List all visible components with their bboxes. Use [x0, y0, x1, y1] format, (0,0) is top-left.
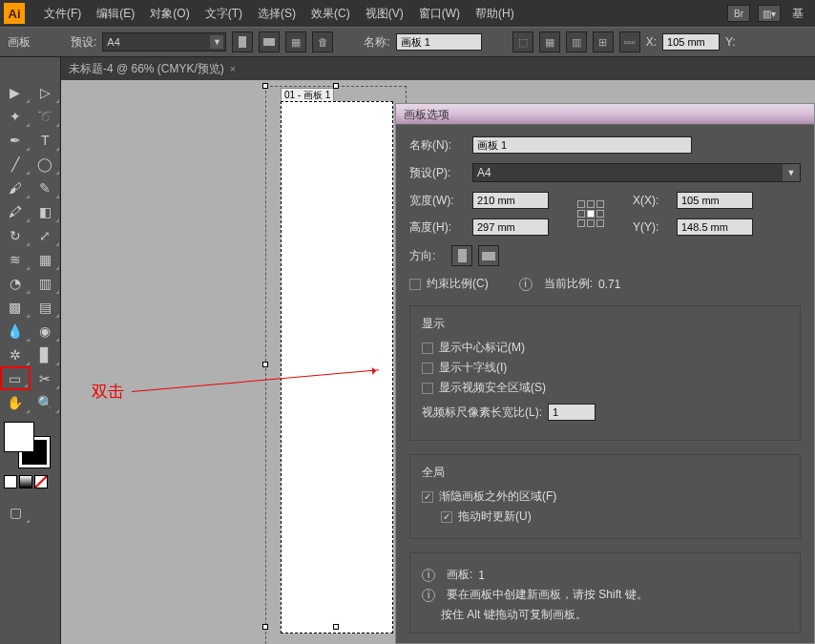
options-button-1[interactable]: ▦	[539, 31, 560, 52]
fade-checkbox[interactable]: ✓	[422, 491, 433, 503]
swatch-area	[0, 418, 60, 492]
perspective-tool[interactable]: ▥	[31, 271, 61, 295]
reference-point-grid[interactable]	[577, 200, 604, 227]
blend-tool[interactable]: ◉	[31, 319, 61, 343]
constrain-checkbox[interactable]	[409, 279, 421, 290]
document-tabs: 未标题-4 @ 66% (CMYK/预览) ×	[61, 57, 815, 80]
close-tab-icon[interactable]: ×	[230, 64, 236, 74]
menu-effect[interactable]: 效果(C)	[303, 6, 358, 22]
delete-artboard-button[interactable]: 🗑	[312, 31, 333, 52]
toolbox: ▶▷✦➰✒T╱◯🖌✎🖍◧↻⤢≋▦◔▥▩▤💧◉✲▊▭✂✋🔍 ▢	[0, 57, 61, 644]
options-button-2[interactable]: ▥	[566, 31, 587, 52]
symbol-sprayer-tool[interactable]: ✲	[0, 343, 31, 366]
portrait-button[interactable]	[232, 31, 253, 52]
resize-handle[interactable]	[333, 83, 339, 89]
options-button-3[interactable]: ⊞	[593, 31, 614, 52]
paintbrush-tool[interactable]: 🖌	[0, 176, 31, 199]
selection-tool[interactable]: ▶	[0, 80, 31, 104]
rotate-tool[interactable]: ↻	[0, 223, 31, 247]
dlg-name-input[interactable]	[472, 136, 692, 154]
resize-handle[interactable]	[262, 362, 268, 367]
dlg-height-input[interactable]	[472, 218, 549, 236]
type-tool[interactable]: T	[31, 128, 61, 152]
menu-edit[interactable]: 编辑(E)	[89, 6, 142, 22]
global-title: 全局	[422, 465, 788, 481]
ruler-label: 视频标尺像素长宽比(L):	[422, 405, 542, 421]
landscape-button[interactable]	[259, 31, 280, 52]
lasso-tool[interactable]: ➰	[31, 104, 61, 128]
width-tool[interactable]: ≋	[0, 247, 31, 271]
dlg-y-input[interactable]	[677, 218, 753, 236]
line-tool[interactable]: ╱	[0, 152, 31, 176]
menu-file[interactable]: 文件(F)	[36, 6, 89, 22]
essentials-label[interactable]: 基	[788, 6, 807, 22]
dlg-preset-value: A4	[477, 166, 491, 179]
dlg-width-input[interactable]	[472, 192, 549, 209]
free-transform-tool[interactable]: ▦	[31, 247, 61, 271]
hint1: 要在画板中创建新画板，请按 Shift 键。	[447, 587, 648, 603]
ruler-input[interactable]	[548, 404, 596, 421]
landscape-button[interactable]	[478, 245, 499, 266]
gradient-tool[interactable]: ▤	[31, 295, 61, 319]
menu-type[interactable]: 文字(T)	[198, 6, 250, 22]
screen-mode-button[interactable]: ▢	[0, 500, 31, 524]
name-input[interactable]	[396, 33, 482, 51]
reference-point-button[interactable]: ▫▫▫	[619, 31, 640, 52]
mode-label: 画板	[8, 34, 31, 51]
color-mode-button[interactable]	[4, 475, 17, 488]
dlg-preset-select[interactable]: A4 ▼	[472, 163, 801, 182]
menu-help[interactable]: 帮助(H)	[468, 6, 522, 22]
eyedropper-tool[interactable]: 💧	[0, 319, 31, 343]
dlg-x-label: X(X):	[633, 194, 671, 207]
current-ratio-value: 0.71	[598, 278, 620, 291]
menu-window[interactable]: 窗口(W)	[411, 6, 468, 22]
move-with-artboard-button[interactable]: ⬚	[512, 31, 533, 52]
gradient-mode-button[interactable]	[19, 475, 32, 488]
direct-selection-tool[interactable]: ▷	[31, 80, 61, 104]
document-tab[interactable]: 未标题-4 @ 66% (CMYK/预览) ×	[61, 57, 243, 80]
show-center-checkbox[interactable]	[422, 343, 433, 354]
eraser-tool[interactable]: ◧	[31, 199, 61, 223]
info-icon: i	[422, 589, 435, 602]
menu-bar: Ai 文件(F) 编辑(E) 对象(O) 文字(T) 选择(S) 效果(C) 视…	[0, 0, 815, 27]
bridge-button[interactable]: Br	[727, 5, 750, 22]
dlg-width-label: 宽度(W):	[409, 193, 467, 209]
resize-handle[interactable]	[262, 83, 268, 89]
dlg-name-label: 名称(N):	[409, 137, 467, 154]
portrait-button[interactable]	[451, 245, 472, 266]
none-mode-button[interactable]	[34, 475, 48, 488]
slice-tool[interactable]: ✂	[31, 366, 60, 390]
scale-tool[interactable]: ⤢	[31, 223, 61, 247]
app-logo: Ai	[4, 3, 25, 24]
preset-label: 预设:	[71, 34, 96, 51]
resize-handle[interactable]	[333, 624, 339, 630]
fade-label: 渐隐画板之外的区域(F)	[439, 488, 556, 505]
resize-handle[interactable]	[262, 624, 268, 630]
shape-builder-tool[interactable]: ◔	[0, 271, 31, 295]
info-icon: i	[422, 569, 435, 582]
x-input[interactable]	[662, 33, 720, 51]
show-video-checkbox[interactable]	[422, 383, 433, 394]
arrange-button[interactable]: ▥▾	[758, 5, 781, 22]
zoom-tool[interactable]: 🔍	[31, 390, 61, 414]
show-cross-checkbox[interactable]	[422, 363, 433, 374]
fill-swatch[interactable]	[4, 422, 34, 452]
graph-tool[interactable]: ▊	[31, 343, 61, 366]
new-artboard-button[interactable]: ▦	[285, 31, 306, 52]
name-label: 名称:	[364, 34, 389, 51]
menu-view[interactable]: 视图(V)	[358, 6, 411, 22]
dlg-x-input[interactable]	[677, 192, 753, 209]
menu-object[interactable]: 对象(O)	[142, 6, 197, 22]
preset-select[interactable]: A4 ▼	[102, 32, 226, 52]
blob-brush-tool[interactable]: 🖍	[0, 199, 31, 223]
artboard-tool[interactable]: ▭	[0, 366, 31, 390]
drag-update-checkbox[interactable]: ✓	[441, 511, 452, 523]
hand-tool[interactable]: ✋	[0, 390, 31, 414]
info-section: i画板: 1 i要在画板中创建新画板，请按 Shift 键。 按住 Alt 键拖…	[409, 552, 801, 634]
pen-tool[interactable]: ✒	[0, 128, 31, 152]
mesh-tool[interactable]: ▩	[0, 295, 31, 319]
pencil-tool[interactable]: ✎	[31, 176, 61, 199]
magic-wand-tool[interactable]: ✦	[0, 104, 31, 128]
ellipse-tool[interactable]: ◯	[31, 152, 61, 176]
menu-select[interactable]: 选择(S)	[250, 6, 303, 22]
